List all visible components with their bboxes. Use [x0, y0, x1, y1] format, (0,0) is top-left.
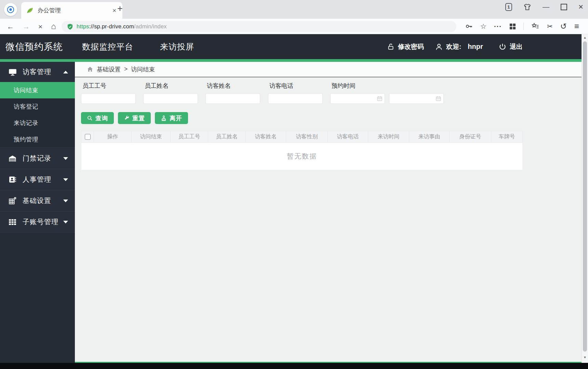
- undo-icon[interactable]: ↺: [560, 23, 567, 30]
- sidebar-group-access-records[interactable]: 门禁记录: [0, 148, 75, 169]
- calendar-icon[interactable]: [377, 96, 383, 101]
- grid-settings-icon: [8, 196, 17, 205]
- browser-tab[interactable]: 办公管理 ×: [21, 2, 122, 19]
- stop-icon[interactable]: ×: [38, 23, 42, 30]
- leave-button-label: 离开: [170, 114, 182, 122]
- search-icon: [87, 115, 93, 121]
- logout-label: 退出: [510, 42, 523, 51]
- breadcrumb-section[interactable]: 基础设置: [97, 65, 121, 73]
- employee-name-input[interactable]: [143, 93, 198, 104]
- browser-logo[interactable]: [4, 3, 17, 16]
- change-password-button[interactable]: 修改密码: [387, 42, 424, 51]
- col-header-visit-reason: 来访事由: [409, 131, 449, 142]
- sidebar-item-reservation-mgmt[interactable]: 预约管理: [0, 131, 75, 148]
- col-header-id-number: 身份证号: [449, 131, 491, 142]
- leave-button[interactable]: 离开: [155, 112, 188, 124]
- maximize-button[interactable]: [561, 4, 567, 10]
- vertical-scrollbar[interactable]: ▲ ▼: [582, 34, 588, 363]
- window-controls: 1 — ×: [505, 0, 583, 14]
- leaf-favicon-icon: [26, 6, 34, 14]
- sidebar-item-visit-end[interactable]: 访问结束: [0, 82, 75, 98]
- sidebar-group-label: 门禁记录: [23, 154, 51, 163]
- close-button[interactable]: ×: [578, 3, 583, 11]
- welcome-label: 欢迎:: [446, 42, 461, 51]
- shield-secure-icon[interactable]: [67, 23, 74, 30]
- gate-icon: [8, 154, 17, 163]
- back-icon[interactable]: ←: [7, 23, 14, 30]
- user-icon: [435, 43, 443, 51]
- scroll-down-arrow[interactable]: ▼: [582, 356, 588, 359]
- col-header-operation: 操作: [94, 131, 131, 142]
- screenshot-scissors-icon[interactable]: ✂: [547, 23, 553, 30]
- sidebar-item-label: 预约管理: [14, 135, 38, 144]
- new-tab-button[interactable]: +: [114, 3, 126, 14]
- toolbar-divider: [523, 23, 524, 30]
- nav-visit-screen[interactable]: 来访投屏: [160, 41, 194, 52]
- tab-count-badge[interactable]: 1: [505, 3, 512, 11]
- sidebar-group-visitor-mgmt[interactable]: 访客管理: [0, 62, 75, 82]
- key-icon[interactable]: [465, 23, 473, 30]
- bookmark-star-icon[interactable]: ☆: [480, 23, 486, 30]
- logout-button[interactable]: 退出: [498, 42, 523, 51]
- table-body: 暂无数据: [81, 143, 523, 170]
- calendar-icon[interactable]: [436, 96, 441, 101]
- forward-icon[interactable]: →: [23, 23, 30, 30]
- scroll-up-arrow[interactable]: ▲: [582, 36, 588, 39]
- select-all-checkbox[interactable]: [85, 134, 91, 140]
- col-header-visitor-name: 访客姓名: [245, 131, 286, 142]
- breadcrumb-separator: >: [124, 66, 128, 73]
- sidebar-group-subaccount-mgmt[interactable]: 子账号管理: [0, 211, 75, 232]
- employee-id-input[interactable]: [81, 93, 136, 104]
- main-content: 员工工号 员工姓名 访客姓名 访客电话 预约时间: [75, 77, 582, 362]
- sidebar-group-label: 子账号管理: [23, 217, 58, 227]
- results-table: 操作 访问结束 员工工号 员工姓名 访客姓名 访客性别 访客电话 来访时间 来访…: [81, 131, 523, 170]
- search-button-label: 查询: [95, 114, 108, 122]
- reset-button[interactable]: 重置: [118, 112, 151, 124]
- browser-toolbar-icons: ☆ ··· ✂ ↺ ≡: [465, 19, 579, 34]
- sidebar-item-visit-records[interactable]: 来访记录: [0, 115, 75, 131]
- tab-title: 办公管理: [38, 6, 111, 14]
- more-options-icon[interactable]: ···: [494, 23, 502, 30]
- address-bar[interactable]: https://sp.pr-drive.com/admin/index: [62, 21, 456, 32]
- nav-buttons: ← → × ⌂: [7, 19, 56, 34]
- sidebar-item-visitor-register[interactable]: 访客登记: [0, 98, 75, 115]
- menu-icon[interactable]: ≡: [574, 22, 579, 30]
- visitor-phone-input[interactable]: [268, 93, 323, 104]
- welcome-user: 欢迎: hnpr: [435, 42, 483, 51]
- employee-id-filter: 员工工号: [81, 82, 136, 104]
- url-text[interactable]: https://sp.pr-drive.com/admin/index: [77, 23, 167, 30]
- filter-label: 预约时间: [332, 82, 444, 90]
- app-header: 微信预约系统 数据监控平台 来访投屏 修改密码 欢迎: hnpr 退出: [0, 34, 582, 59]
- search-button[interactable]: 查询: [81, 112, 114, 124]
- sidebar-group-basic-settings[interactable]: 基础设置: [0, 190, 75, 211]
- chevron-down-icon: [63, 157, 68, 160]
- sidebar-item-label: 来访记录: [14, 119, 38, 127]
- username: hnpr: [468, 43, 483, 51]
- app-brand: 微信预约系统: [5, 41, 63, 53]
- scrollbar-thumb[interactable]: [583, 41, 587, 352]
- favorites-list-icon[interactable]: [531, 22, 539, 30]
- sidebar-group-personnel-mgmt[interactable]: 人事管理: [0, 169, 75, 190]
- apps-grid-icon[interactable]: [509, 23, 516, 30]
- accent-strip: [0, 59, 582, 62]
- visitor-phone-filter: 访客电话: [268, 82, 323, 104]
- home-icon[interactable]: ⌂: [51, 22, 56, 30]
- visitor-name-input[interactable]: [205, 93, 260, 104]
- chevron-up-icon: [63, 71, 68, 73]
- chevron-down-icon: [63, 178, 68, 181]
- sidebar-item-label: 访问结束: [14, 86, 38, 94]
- col-header-visit-time: 来访时间: [368, 131, 409, 142]
- reset-button-label: 重置: [132, 114, 145, 122]
- col-header-plate-number: 车牌号: [491, 131, 522, 142]
- minimize-button[interactable]: —: [543, 3, 549, 10]
- grid-squares-icon: [8, 218, 17, 226]
- sidebar-group-label: 访客管理: [23, 67, 51, 77]
- breadcrumb-home-icon: [87, 66, 93, 72]
- browser-logo-icon: [6, 5, 15, 14]
- chevron-down-icon: [63, 221, 68, 223]
- col-header-employee-name: 员工姓名: [208, 131, 245, 142]
- wrench-icon: [124, 115, 130, 121]
- url-scheme: https: [77, 23, 89, 29]
- nav-data-monitor[interactable]: 数据监控平台: [82, 41, 133, 52]
- skin-icon[interactable]: [523, 3, 531, 11]
